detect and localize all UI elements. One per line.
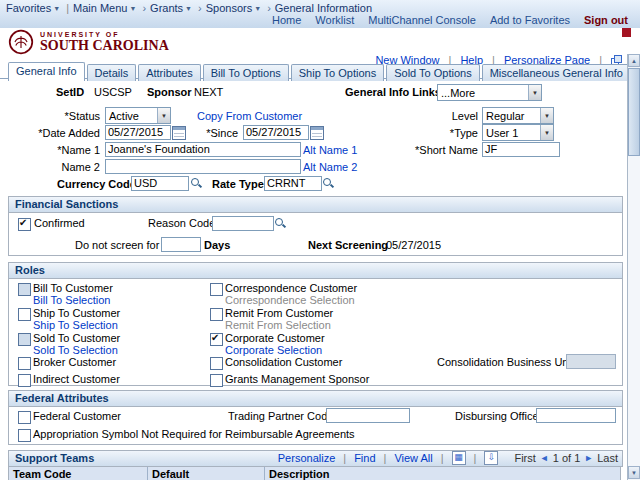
toolbar-divider: | [384, 452, 387, 464]
consolidation-customer-checkbox[interactable] [210, 357, 223, 370]
type-value: User 1 [483, 127, 540, 139]
trading-partner-code-label: Trading Partner Code [228, 410, 333, 422]
general-info-links-select[interactable]: ...More ▼ [437, 84, 542, 101]
corporate-customer-label: Corporate Customer [225, 332, 325, 344]
breadcrumb-sponsors[interactable]: Sponsors [206, 2, 252, 14]
disbursing-office-input[interactable] [536, 408, 616, 423]
trading-partner-code-input[interactable] [326, 408, 410, 423]
next-screening-value: 05/27/2015 [386, 239, 441, 251]
download-icon[interactable]: ⇩ [484, 451, 498, 465]
tab-miscellaneous-general-info[interactable]: Miscellaneous General Info [482, 64, 631, 81]
last-label[interactable]: Last [597, 452, 618, 464]
alt-name2-link[interactable]: Alt Name 2 [303, 161, 357, 173]
first-label[interactable]: First [514, 452, 535, 464]
tab-details[interactable]: Details [87, 64, 137, 81]
grants-management-sponsor-checkbox[interactable] [210, 374, 223, 387]
breadcrumb-grants[interactable]: Grants [150, 2, 183, 14]
caret-down-icon: ▼ [129, 5, 136, 12]
reason-code-input[interactable] [212, 216, 274, 231]
tab-ship-to-options[interactable]: Ship To Options [291, 64, 384, 81]
column-header-default: Default [148, 467, 265, 480]
status-label: *Status [5, 110, 100, 122]
toolbar-divider: | [441, 452, 444, 464]
main-menu[interactable]: Main Menu [73, 2, 127, 14]
grid-zoom-icon[interactable]: ▦ [452, 451, 466, 465]
personalize-link[interactable]: Personalize [278, 452, 335, 464]
view-all-link[interactable]: View All [394, 452, 432, 464]
sign-out-link[interactable]: Sign out [584, 14, 628, 26]
previous-row-icon[interactable]: ◄ [540, 453, 549, 463]
tab-attributes[interactable]: Attributes [138, 64, 200, 81]
next-row-icon[interactable]: ► [584, 453, 593, 463]
appropriation-symbol-checkbox[interactable] [18, 429, 31, 442]
copy-from-customer-link[interactable]: Copy From Customer [197, 110, 302, 122]
corporate-selection-link[interactable]: Corporate Selection [225, 344, 322, 356]
usc-seal-icon [8, 29, 34, 57]
garnet-marker-icon [622, 28, 631, 37]
tab-general-info[interactable]: General Info [8, 62, 85, 81]
name2-input[interactable] [105, 159, 301, 174]
reason-code-label: Reason Code [148, 217, 215, 229]
currency-code-lookup-icon[interactable] [190, 177, 202, 189]
short-name-input[interactable]: JF [482, 142, 560, 157]
federal-customer-checkbox[interactable] [18, 411, 31, 424]
find-link[interactable]: Find [354, 452, 375, 464]
level-label: Level [418, 110, 478, 122]
bill-to-selection-link[interactable]: Bill To Selection [33, 294, 110, 306]
grants-management-sponsor-label: Grants Management Sponsor [225, 373, 369, 385]
breadcrumb-separator-icon: › [267, 2, 271, 14]
name1-label: *Name 1 [5, 144, 100, 156]
remit-from-customer-checkbox[interactable] [210, 308, 223, 321]
vertical-scrollbar[interactable]: ▲ ▼ [627, 54, 640, 480]
financial-sanctions-header: Financial Sanctions [9, 197, 622, 213]
alt-name1-link[interactable]: Alt Name 1 [303, 144, 357, 156]
since-calendar-icon[interactable] [310, 126, 324, 140]
consolidation-business-unit-input [566, 354, 616, 369]
date-added-input[interactable]: 05/27/2015 [105, 125, 171, 140]
worklist-link[interactable]: Worklist [315, 14, 354, 26]
rate-type-input[interactable]: CRRNT [264, 176, 322, 191]
multichannel-console-link[interactable]: MultiChannel Console [368, 14, 476, 26]
type-select[interactable]: User 1 ▼ [482, 124, 554, 141]
level-select[interactable]: Regular ▼ [482, 107, 554, 124]
status-select[interactable]: Active ▼ [105, 107, 171, 124]
do-not-screen-input[interactable] [161, 237, 201, 252]
scroll-down-icon[interactable]: ▼ [628, 466, 640, 479]
column-header-description: Description [265, 467, 620, 480]
ship-to-customer-label: Ship To Customer [33, 307, 120, 319]
do-not-screen-label: Do not screen for [75, 239, 159, 251]
tab-sold-to-options[interactable]: Sold To Options [386, 64, 479, 81]
tab-bill-to-options[interactable]: Bill To Options [203, 64, 289, 81]
broker-customer-label: Broker Customer [33, 356, 116, 368]
favorites-menu[interactable]: Favorites [6, 2, 51, 14]
bill-to-customer-checkbox[interactable] [18, 283, 31, 296]
caret-down-icon: ▼ [254, 5, 261, 12]
reason-code-lookup-icon[interactable] [274, 217, 286, 229]
correspondence-customer-checkbox[interactable] [210, 283, 223, 296]
type-label: *Type [418, 127, 478, 139]
disbursing-office-label: Disbursing Office [455, 410, 539, 422]
ship-to-customer-checkbox[interactable] [18, 308, 31, 321]
add-to-favorites-link[interactable]: Add to Favorites [490, 14, 570, 26]
scrollbar-thumb[interactable] [628, 68, 640, 156]
confirmed-checkbox[interactable] [18, 218, 31, 231]
sold-to-customer-checkbox[interactable] [18, 333, 31, 346]
corporate-customer-checkbox[interactable] [210, 333, 223, 346]
since-input[interactable]: 05/27/2015 [243, 125, 309, 140]
name2-label: Name 2 [5, 161, 100, 173]
setid-value: USCSP [94, 86, 132, 98]
caret-down-icon: ▼ [185, 5, 192, 12]
federal-customer-label: Federal Customer [33, 410, 121, 422]
home-link[interactable]: Home [272, 14, 301, 26]
rate-type-lookup-icon[interactable] [322, 177, 334, 189]
ship-to-selection-link[interactable]: Ship To Selection [33, 319, 118, 331]
sold-to-selection-link[interactable]: Sold To Selection [33, 344, 118, 356]
sponsor-label: Sponsor [147, 86, 192, 98]
appropriation-symbol-label: Appropriation Symbol Not Required for Re… [33, 428, 355, 440]
scroll-up-icon[interactable]: ▲ [628, 54, 640, 67]
status-value: Active [106, 110, 157, 122]
broker-customer-checkbox[interactable] [18, 357, 31, 370]
indirect-customer-checkbox[interactable] [18, 374, 31, 387]
name1-input[interactable]: Joanne's Foundation [105, 142, 301, 157]
currency-code-input[interactable]: USD [131, 176, 189, 191]
